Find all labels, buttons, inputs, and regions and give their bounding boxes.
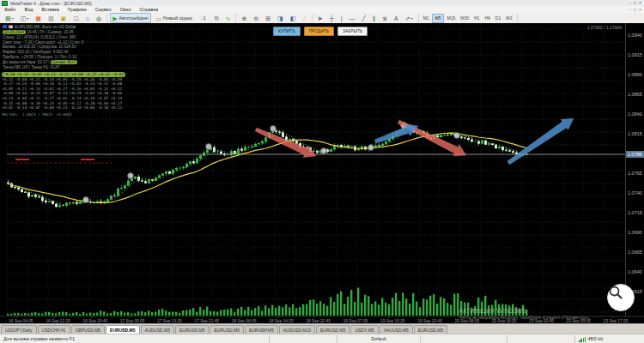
cursor-icon[interactable]: ➤ bbox=[315, 13, 325, 23]
price-chart[interactable]: 1.09401.09151.08901.08651.08401.08151.07… bbox=[0, 23, 644, 323]
menu-item-5[interactable]: Окно bbox=[116, 6, 136, 13]
chart-restore-button[interactable]: □ bbox=[634, 8, 636, 12]
chart-type-icon[interactable]: ▤▾ bbox=[3, 13, 16, 23]
buy-counter-button-label: ↓1 bbox=[201, 15, 206, 21]
volume-histogram bbox=[7, 287, 527, 316]
autotrading-button-glyph: ▶ bbox=[112, 15, 117, 22]
svg-text:23 Sep 09:05: 23 Sep 09:05 bbox=[567, 319, 592, 323]
zoom-in-icon[interactable]: ⊕ bbox=[239, 13, 249, 23]
info-text: Прибыль: +24.50 | Позиции: 1 | Лот: 0.10 bbox=[3, 55, 76, 59]
menu-item-3[interactable]: Графики bbox=[64, 6, 91, 13]
new-chart-icon[interactable]: ▦ bbox=[33, 13, 44, 23]
trade-panel: КУПИТЬ ПРОДАТЬ ЗАКРЫТЬ bbox=[273, 27, 368, 36]
current-price-label: 1.0786 bbox=[626, 151, 644, 158]
svg-text:17 Sep 21:45: 17 Sep 21:45 bbox=[195, 319, 220, 323]
market-watch-icon[interactable]: ▣ bbox=[58, 13, 70, 23]
info-panel: 20.09.2024 19:45 | Пт | Сервер: 21:45Спр… bbox=[3, 30, 84, 69]
template-icon-glyph: ◫ bbox=[21, 15, 27, 22]
info-text: Маржа: 332.10 | Свободно: 9 692.40 bbox=[3, 50, 69, 54]
zoom-out-icon[interactable]: ⊖ bbox=[251, 13, 261, 23]
timeframe-d1[interactable]: D1 bbox=[493, 15, 502, 22]
info-text: До закрытия бара: 02:17 | bbox=[3, 60, 51, 64]
template-icon[interactable]: ◫▾ bbox=[18, 13, 32, 23]
menu-item-6[interactable]: Справка bbox=[135, 6, 162, 13]
matrix-row-values: -0.09 +0.16 -0.25 +0.07 -0.13 +0.29 -0.0… bbox=[2, 91, 122, 95]
matrix-row-values: +0.02 -0.13 +0.07 -0.09 +0.21 -0.24 +0.0… bbox=[2, 105, 122, 110]
svg-text:1.0665: 1.0665 bbox=[628, 250, 642, 255]
svg-text:1.0715: 1.0715 bbox=[628, 210, 642, 215]
buy-counter-button[interactable]: ↓1 bbox=[197, 13, 209, 23]
minimize-button[interactable]: – bbox=[629, 1, 631, 5]
svg-text:19 Sep 15:25: 19 Sep 15:25 bbox=[380, 319, 405, 323]
status-profile[interactable]: Default bbox=[337, 335, 421, 343]
timeframe-m15[interactable]: M15 bbox=[445, 15, 458, 22]
navigator-icon[interactable]: ⌂ bbox=[83, 13, 92, 23]
timeframe-h4[interactable]: H4 bbox=[483, 15, 492, 22]
arrows-icon[interactable]: ⇗▾ bbox=[403, 13, 416, 23]
symbol-title: EURUSD,M5: Euro vs US Dollar bbox=[15, 24, 76, 29]
svg-text:16 Sep 04:05: 16 Sep 04:05 bbox=[9, 319, 33, 323]
menu-items: ФайлВидВставкаГрафикиСервисОкноСправка bbox=[0, 6, 162, 13]
svg-text:23 Sep 00:45: 23 Sep 00:45 bbox=[529, 319, 554, 323]
timeframe-h1[interactable]: H1 bbox=[472, 15, 482, 22]
autotrading-button[interactable]: ▶Автотрейдинг bbox=[110, 13, 151, 23]
svg-text:1.0940: 1.0940 bbox=[628, 33, 642, 38]
matrix-row-values: +0.05 -0.21 +0.13 -0.02 +0.27 -0.16 +0.0… bbox=[2, 87, 122, 91]
status-cell-empty bbox=[507, 335, 575, 343]
auto-scroll-icon[interactable]: ◨ bbox=[275, 13, 286, 23]
svg-text:17 Sep 13:25: 17 Sep 13:25 bbox=[157, 319, 182, 323]
menu-item-0[interactable]: Файл bbox=[0, 6, 21, 13]
matrix-row-values: +0.23 -0.04 +0.11 -0.27 +0.02 -0.14 +0.1… bbox=[2, 96, 122, 100]
text-icon[interactable]: A bbox=[392, 13, 401, 23]
sell-button[interactable]: ПРОДАТЬ bbox=[304, 27, 334, 36]
svg-text:20 Sep 16:25: 20 Sep 16:25 bbox=[492, 319, 517, 323]
chart-close-button[interactable]: × bbox=[639, 8, 641, 12]
vertical-line-icon[interactable]: | bbox=[338, 13, 345, 23]
svg-text:1.0865: 1.0865 bbox=[628, 92, 642, 97]
text-icon-glyph: A bbox=[394, 15, 398, 22]
chart-shift-icon[interactable]: ◧ bbox=[288, 13, 299, 23]
new-order-button[interactable]: ▭Новый ордер bbox=[153, 13, 194, 23]
menu-item-2[interactable]: Вставка bbox=[37, 6, 63, 13]
autotrading-button-label: Автотрейдинг bbox=[119, 15, 149, 21]
crosshair-icon[interactable]: ┼ bbox=[327, 13, 337, 23]
zigzag-icon[interactable]: ∿ bbox=[223, 13, 234, 23]
tile-windows-icon[interactable]: ⊞ bbox=[263, 13, 273, 23]
timeframe-m5[interactable]: M5 bbox=[432, 14, 444, 23]
close-position-button[interactable]: ЗАКРЫТЬ bbox=[337, 27, 368, 36]
timeframe-m30[interactable]: M30 bbox=[459, 15, 471, 22]
new-order-button-label: Новый ордер bbox=[163, 15, 192, 21]
chart-area: 1.09401.09151.08901.08651.08401.08151.07… bbox=[0, 23, 644, 323]
bid-ask-quote: 1.07860 / 1.07884 bbox=[587, 25, 622, 30]
indicators-icon[interactable]: ∴ bbox=[300, 13, 308, 23]
chart-minimize-button[interactable]: – bbox=[629, 8, 631, 12]
grid-lines bbox=[7, 23, 625, 316]
svg-text:1.0815: 1.0815 bbox=[628, 131, 642, 136]
svg-text:1.0740: 1.0740 bbox=[628, 190, 642, 196]
trendline-icon[interactable]: ╱ bbox=[359, 13, 368, 23]
status-help-text: Для вызова справки нажмите F1 bbox=[0, 335, 270, 343]
channel-icon[interactable]: ∥ bbox=[370, 13, 379, 23]
matrix-row-values: -0.17 +0.24 -0.06 +0.18 -0.11 +0.02 -0.2… bbox=[2, 81, 122, 86]
menu-item-4[interactable]: Сервис bbox=[91, 6, 116, 13]
close-button[interactable]: × bbox=[639, 1, 641, 5]
svg-text:19 Sep 07:05: 19 Sep 07:05 bbox=[343, 319, 368, 323]
time-axis-labels: 16 Sep 04:0516 Sep 12:2516 Sep 20:4517 S… bbox=[9, 316, 629, 323]
sell-counter-button[interactable]: 0) bbox=[210, 13, 222, 23]
chart-type-icon-glyph: ▤ bbox=[5, 15, 11, 22]
timeframe-m1[interactable]: M1 bbox=[421, 15, 431, 22]
fibonacci-icon[interactable]: ≶ bbox=[380, 13, 390, 23]
horizontal-line-icon[interactable]: — bbox=[346, 13, 357, 23]
menu-item-1[interactable]: Вид bbox=[21, 6, 38, 13]
data-window-icon[interactable]: ◲ bbox=[70, 13, 82, 23]
tile-windows-icon-glyph: ⊞ bbox=[265, 15, 270, 22]
terminal-icon[interactable]: ◍ bbox=[94, 13, 104, 23]
svg-text:23 Sep 17:25: 23 Sep 17:25 bbox=[604, 319, 629, 323]
maximize-button[interactable]: □ bbox=[634, 1, 636, 5]
profiles-icon[interactable]: ▥ bbox=[46, 13, 57, 23]
timeframes-group: M1M5M15M30H1H4D1W1 bbox=[419, 14, 518, 22]
screen-magnifier-button[interactable] bbox=[607, 284, 635, 311]
timeframe-w1[interactable]: W1 bbox=[504, 15, 515, 22]
buy-button[interactable]: КУПИТЬ bbox=[273, 27, 301, 36]
status-bar: Для вызова справки нажмите F1 Default 48… bbox=[0, 334, 644, 343]
